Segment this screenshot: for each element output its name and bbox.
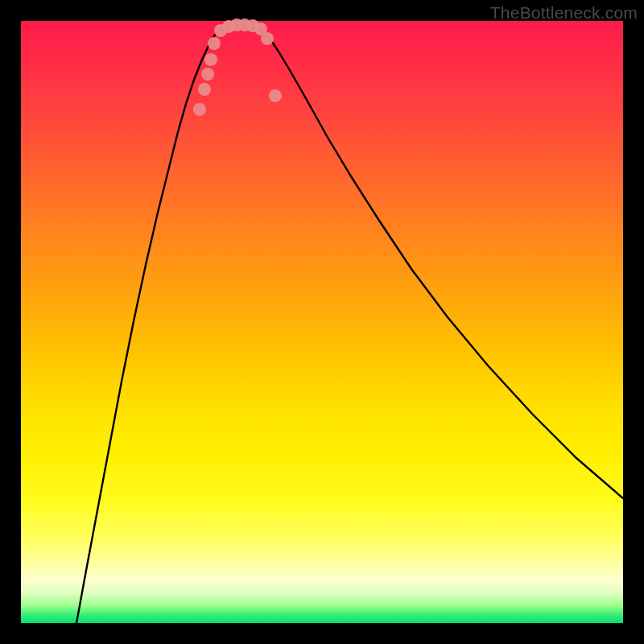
chart-frame: TheBottleneck.com: [0, 0, 644, 644]
marker-dot: [198, 83, 211, 96]
marker-dot: [193, 103, 206, 116]
plot-area: [21, 21, 623, 623]
marker-dot: [201, 68, 214, 80]
marker-dot: [269, 89, 282, 102]
curve-right-branch: [262, 31, 623, 498]
marker-dot: [208, 37, 221, 50]
curve-left-branch: [76, 31, 217, 623]
marker-dot: [204, 53, 217, 66]
watermark-text: TheBottleneck.com: [490, 3, 638, 23]
curve-layer: [21, 21, 623, 623]
marker-dot: [261, 32, 274, 45]
